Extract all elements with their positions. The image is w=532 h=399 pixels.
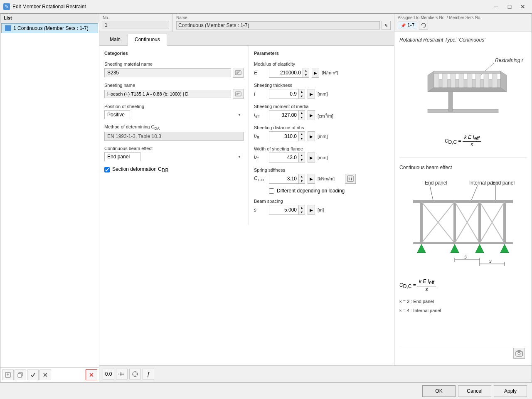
method-label: Method of determining CDA xyxy=(104,124,244,131)
position-label: Position of sheeting xyxy=(104,104,244,109)
sheeting-material-label: Sheeting material name xyxy=(104,62,244,66)
camera-button[interactable] xyxy=(513,348,525,359)
svg-rect-37 xyxy=(434,71,500,74)
dist-arrow-button[interactable]: ▶ xyxy=(308,131,315,141)
cancel-small-button[interactable] xyxy=(39,369,51,380)
beam-arrow-button[interactable]: ▶ xyxy=(308,205,315,215)
moment-input[interactable] xyxy=(269,111,298,119)
distance-label: Sheeting distance of ribs xyxy=(254,125,389,130)
categories-header: Categories xyxy=(104,51,244,57)
different-loading-label: Different depending on loading xyxy=(277,188,345,194)
app-icon: ✎ xyxy=(3,3,10,10)
name-input[interactable] xyxy=(176,21,380,30)
member-button[interactable] xyxy=(116,369,128,379)
svg-rect-26 xyxy=(448,91,453,111)
target-button[interactable] xyxy=(129,369,141,379)
sheeting-material-browse-button[interactable] xyxy=(233,68,244,78)
beam-spin-up[interactable]: ▲ xyxy=(299,205,305,210)
thickness-group: Sheeting thickness t ▲ ▼ xyxy=(254,83,389,99)
width-spin-down[interactable]: ▼ xyxy=(299,158,305,162)
different-loading-checkbox[interactable] xyxy=(269,188,274,194)
spring-spin-up[interactable]: ▲ xyxy=(299,174,305,179)
moment-arrow-button[interactable]: ▶ xyxy=(308,110,315,120)
width-symbol: bT xyxy=(254,154,266,161)
thickness-spin-down[interactable]: ▼ xyxy=(299,94,305,99)
refresh-button[interactable] xyxy=(419,21,428,30)
continuous-beam-group: Continuous beam effect End panel Interna… xyxy=(104,146,244,161)
thickness-label: Sheeting thickness xyxy=(254,83,389,88)
tab-main[interactable]: Main xyxy=(103,34,128,45)
maximize-button[interactable]: □ xyxy=(504,2,515,11)
sheeting-name-browse-button[interactable] xyxy=(233,89,244,99)
svg-text:Restraining member: Restraining member xyxy=(495,57,523,63)
spring-spin-down[interactable]: ▼ xyxy=(299,179,305,183)
thickness-input[interactable] xyxy=(269,90,298,98)
spring-arrow-button[interactable]: ▶ xyxy=(308,174,315,184)
dist-input[interactable] xyxy=(269,132,298,140)
modulus-spin-down[interactable]: ▼ xyxy=(303,73,309,77)
tabs: Main Continuous xyxy=(99,32,394,46)
position-select[interactable]: Positive Negative xyxy=(104,110,130,119)
sheeting-name-group: Sheeting name xyxy=(104,83,244,99)
section-deform-checkbox[interactable] xyxy=(104,167,110,172)
width-spin-up[interactable]: ▲ xyxy=(299,153,305,158)
moment-label: Sheeting moment of inertia xyxy=(254,104,389,109)
dist-spin-down[interactable]: ▼ xyxy=(299,136,305,141)
modulus-input[interactable] xyxy=(269,69,303,77)
spring-calc-button[interactable] xyxy=(345,174,356,184)
svg-rect-71 xyxy=(516,351,522,356)
delete-button[interactable] xyxy=(86,369,97,380)
bottom-toolbar: 0.0 ƒ xyxy=(99,365,532,382)
copy-button[interactable] xyxy=(15,369,26,380)
tab-continuous[interactable]: Continuous xyxy=(128,34,167,46)
svg-line-46 xyxy=(430,185,433,200)
no-section: No. xyxy=(99,14,173,32)
ok-button[interactable] xyxy=(27,369,39,380)
window-title: Edit Member Rotational Restraint xyxy=(12,4,488,10)
continuous-beam-label: Continuous beam effect xyxy=(104,146,244,151)
svg-text:s: s xyxy=(464,254,467,260)
moment-spin-up[interactable]: ▲ xyxy=(299,111,305,115)
modulus-group: Modulus of elasticity E ▲ ▼ xyxy=(254,62,389,78)
beam-input[interactable] xyxy=(269,206,298,214)
width-group: Width of sheeting flange bT ▲ ▼ xyxy=(254,146,389,163)
modulus-arrow-button[interactable]: ▶ xyxy=(312,68,319,78)
thickness-spin-up[interactable]: ▲ xyxy=(299,89,305,94)
decimal-button[interactable]: 0.0 xyxy=(103,369,114,379)
svg-marker-75 xyxy=(118,373,119,375)
no-input[interactable] xyxy=(103,21,169,29)
sidebar: List 1 Continuous (Member Sets : 1-7) + xyxy=(0,14,99,382)
modulus-input-wrapper: ▲ ▼ xyxy=(269,68,309,78)
section-deform-label: Section deformation CDB xyxy=(112,166,168,173)
beam-spacing-label: Beam spacing xyxy=(254,199,389,204)
thickness-unit: [mm] xyxy=(318,91,342,96)
minimize-button[interactable]: ─ xyxy=(490,2,502,11)
sheeting-name-input[interactable] xyxy=(104,90,231,98)
different-loading-group: Different depending on loading xyxy=(269,188,389,194)
beam-spin-down[interactable]: ▼ xyxy=(299,210,305,214)
formula-button[interactable]: ƒ xyxy=(143,369,154,379)
moment-spin-down[interactable]: ▼ xyxy=(299,115,305,120)
width-input[interactable] xyxy=(269,153,298,162)
sidebar-item[interactable]: 1 Continuous (Member Sets : 1-7) xyxy=(1,23,98,33)
header-row: No. Name ✎ Assigned to Members No. / Mem… xyxy=(99,14,532,32)
spring-label: Spring stiffness xyxy=(254,167,389,172)
svg-rect-3 xyxy=(18,374,22,377)
sheeting-material-input[interactable] xyxy=(104,68,231,77)
svg-rect-31 xyxy=(451,73,456,88)
continuous-beam-select[interactable]: End panel Internal panel xyxy=(104,152,140,161)
modulus-spin-up[interactable]: ▲ xyxy=(303,68,309,73)
svg-rect-25 xyxy=(428,109,498,113)
name-edit-button[interactable]: ✎ xyxy=(382,21,391,30)
spring-group: Spring stiffness C100 ▲ ▼ xyxy=(254,167,389,194)
ok-footer-button[interactable]: OK xyxy=(422,385,456,397)
sidebar-header: List xyxy=(0,14,99,22)
apply-button[interactable]: Apply xyxy=(494,385,527,397)
thickness-arrow-button[interactable]: ▶ xyxy=(308,89,315,99)
dist-spin-up[interactable]: ▲ xyxy=(299,132,305,136)
cancel-footer-button[interactable]: Cancel xyxy=(458,385,491,397)
width-arrow-button[interactable]: ▶ xyxy=(308,153,315,163)
spring-input[interactable] xyxy=(269,175,298,183)
close-button[interactable]: ✕ xyxy=(517,2,529,11)
add-button[interactable]: + xyxy=(2,369,14,380)
